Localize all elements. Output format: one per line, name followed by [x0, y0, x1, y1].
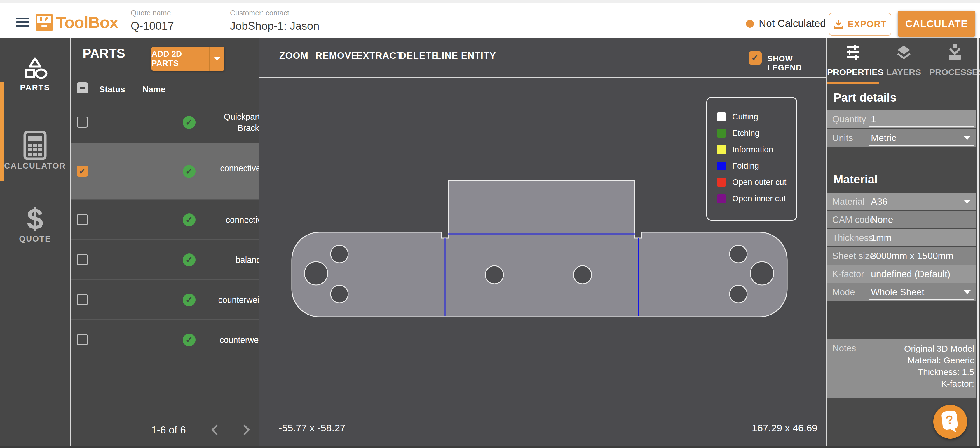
legend-swatch	[717, 178, 726, 187]
export-button[interactable]: EXPORT	[829, 13, 891, 36]
page-count: 1-6 of 6	[151, 424, 186, 436]
calculation-status-text: Not Calculated	[759, 18, 826, 29]
sidebar-item-parts[interactable]: PARTS	[0, 56, 70, 126]
row-checkbox[interactable]	[77, 254, 88, 265]
chevron-down-icon	[964, 200, 970, 204]
row-checkbox[interactable]	[77, 214, 88, 225]
canvas-tool-zoom[interactable]: ZOOM	[279, 50, 309, 61]
select-all-checkbox[interactable]	[77, 82, 88, 94]
quantity-input[interactable]: 1	[871, 114, 876, 125]
status-dot-icon	[746, 20, 754, 28]
material-select[interactable]: A36	[871, 196, 888, 207]
material-label: Material	[832, 196, 864, 207]
customer-underline	[230, 36, 376, 36]
legend-swatch	[717, 145, 726, 154]
sliders-icon	[844, 45, 861, 60]
table-row-quickpart-arc-bracket[interactable]: ✓ Quickpart - Arc Bracket	[71, 102, 259, 143]
row-checkbox[interactable]: ✓	[77, 166, 88, 177]
quote-name-input[interactable]: Q-10017	[131, 20, 174, 32]
legend-swatch	[717, 112, 726, 121]
cam-code-value: None	[871, 214, 893, 225]
mode-label: Mode	[832, 287, 855, 298]
canvas-tool-delete[interactable]: DELETE	[399, 50, 438, 61]
material-title: Material	[834, 173, 878, 186]
legend-item-open-outer-cut: Open outer cut	[717, 178, 796, 187]
row-checkbox[interactable]	[77, 116, 88, 128]
sidebar-item-calculator[interactable]: CALCULATOR	[0, 131, 70, 204]
notes-input[interactable]: Original 3D Model Material: Generic Thic…	[904, 343, 974, 390]
legend-item-open-inner-cut: Open inner cut	[717, 194, 796, 203]
status-ok-icon: ✓	[183, 165, 196, 178]
sidebar-label-quote: QUOTE	[0, 234, 70, 244]
customer-contact-input[interactable]: JobShop-1: Jason	[230, 20, 319, 32]
add-2d-parts-button[interactable]: ADD 2D PARTS	[151, 47, 224, 71]
thickness-value: 1mm	[871, 233, 892, 243]
column-status: Status	[99, 85, 125, 94]
legend-swatch	[717, 194, 726, 203]
legend-box: Cutting Etching Information Folding Open…	[706, 97, 797, 221]
canvas-tool-line-entity[interactable]: LINE ENTITY	[436, 50, 496, 61]
help-question-icon: ?	[941, 410, 958, 430]
footer-strip	[0, 446, 980, 448]
calculate-button[interactable]: CALCULATE	[898, 11, 975, 37]
mode-select[interactable]: Whole Sheet	[871, 287, 924, 298]
units-select[interactable]: Metric	[871, 132, 896, 143]
table-row-counterweight-4x[interactable]: ✓ counterweight-4x	[71, 320, 259, 360]
k-factor-row: K-factor undefined (Default)	[827, 265, 977, 283]
tab-processes[interactable]: PROCESSES	[929, 38, 980, 83]
sidebar-label-calculator: CALCULATOR	[0, 161, 70, 171]
help-button[interactable]: ?	[933, 405, 967, 438]
units-label: Units	[832, 133, 853, 143]
sidebar-label-parts: PARTS	[0, 83, 70, 92]
show-legend-checkbox[interactable]: ✓	[749, 51, 762, 65]
quote-name-label: Quote name	[131, 9, 171, 17]
sidebar-item-quote[interactable]: $ QUOTE	[0, 204, 70, 277]
prev-page-button[interactable]	[212, 426, 219, 434]
tab-layers[interactable]: LAYERS	[878, 38, 929, 83]
calculate-label: CALCULATE	[905, 18, 968, 29]
top-bar: ToolBox Quote name Q-10017 Customer: con…	[0, 3, 980, 38]
toolbox-app: ToolBox Quote name Q-10017 Customer: con…	[0, 0, 980, 448]
drawing-canvas[interactable]: ZOOM REMOVE EXTRACT DELETE LINE ENTITY ✓…	[259, 38, 826, 448]
table-row-counterweight-m6[interactable]: ✓ counterweight-M6	[71, 280, 259, 320]
row-checkbox[interactable]	[77, 334, 88, 345]
legend-item-information: Information	[717, 145, 796, 154]
parts-table-header: Status Name	[71, 78, 259, 102]
parts-shapes-icon	[21, 57, 49, 82]
parts-panel-title: PARTS	[83, 46, 125, 61]
statusbar-divider-line	[259, 411, 826, 411]
units-row: Units Metric	[827, 129, 977, 147]
table-row-balancer[interactable]: ✓ balancer	[71, 240, 259, 280]
canvas-tool-extract[interactable]: EXTRACT	[356, 50, 402, 61]
tab-properties[interactable]: PROPERTIES	[827, 38, 878, 83]
k-factor-value: undefined (Default)	[871, 269, 950, 279]
material-row: Material A36	[827, 193, 977, 210]
row-checkbox[interactable]	[77, 294, 88, 305]
export-label: EXPORT	[848, 19, 886, 29]
table-row-connective-down[interactable]: ✓ ✓ connective-down	[71, 143, 259, 200]
add-parts-dropdown-button[interactable]	[210, 47, 224, 71]
quantity-row: Quantity 1	[827, 110, 977, 128]
canvas-tool-remove[interactable]: REMOVE	[315, 50, 358, 61]
table-row-connective-2x[interactable]: ✓ connective-2x	[71, 200, 259, 240]
legend-item-cutting: Cutting	[717, 112, 796, 121]
thickness-label: Thickness	[832, 233, 873, 243]
next-page-button[interactable]	[240, 426, 247, 434]
add-2d-parts-label[interactable]: ADD 2D PARTS	[151, 47, 210, 71]
show-legend-label: SHOW LEGEND	[767, 54, 826, 72]
legend-item-folding: Folding	[717, 161, 796, 170]
mode-row: Mode Whole Sheet	[827, 283, 977, 301]
customer-contact-label: Customer: contact	[230, 9, 289, 17]
chevron-down-icon	[964, 290, 970, 294]
logo-text: ToolBox	[56, 13, 118, 32]
hamburger-menu-icon[interactable]	[16, 16, 29, 28]
notes-label: Notes	[832, 343, 856, 354]
part-dimensions: 167.29 x 46.69	[715, 422, 818, 434]
chevron-down-icon	[964, 136, 970, 140]
sheet-size-row: Sheet size 3000mm x 1500mm	[827, 247, 977, 265]
sheet-size-label: Sheet size	[832, 251, 875, 261]
toolbox-logo: ToolBox	[36, 13, 118, 32]
column-name: Name	[142, 85, 165, 94]
topbar-divider	[116, 14, 116, 38]
panel-scrollbar[interactable]	[977, 38, 978, 448]
